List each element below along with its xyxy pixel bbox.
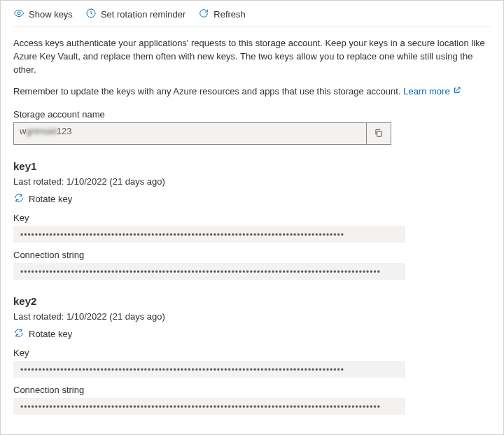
intro2-span: Remember to update the keys with any Azu… bbox=[13, 86, 401, 97]
intro-text-2: Remember to update the keys with any Azu… bbox=[13, 85, 491, 99]
show-keys-label: Show keys bbox=[29, 9, 73, 20]
key2-conn-label: Connection string bbox=[13, 385, 491, 395]
svg-rect-2 bbox=[377, 131, 382, 137]
key1-conn-label: Connection string bbox=[13, 250, 491, 260]
external-link-icon bbox=[453, 85, 461, 99]
key2-rotate-button[interactable]: Rotate key bbox=[13, 327, 72, 341]
storage-account-name-label: Storage account name bbox=[13, 109, 491, 120]
storage-account-name-input[interactable]: wgrtmoid123 bbox=[13, 122, 366, 145]
learn-more-link[interactable]: Learn more bbox=[403, 85, 461, 99]
key2-rotate-label: Rotate key bbox=[29, 329, 72, 339]
set-rotation-label: Set rotation reminder bbox=[101, 9, 186, 20]
refresh-icon bbox=[198, 8, 209, 21]
intro-text: Access keys authenticate your applicatio… bbox=[13, 37, 491, 77]
key1-last-rotated: Last rotated: 1/10/2022 (21 days ago) bbox=[13, 176, 491, 187]
key2-key-label: Key bbox=[13, 348, 491, 358]
name-suffix: 123 bbox=[57, 126, 72, 136]
set-rotation-reminder-button[interactable]: Set rotation reminder bbox=[85, 8, 186, 21]
access-keys-panel: Show keys Set rotation reminder Refresh … bbox=[0, 0, 504, 435]
eye-icon bbox=[13, 8, 24, 21]
learn-more-label: Learn more bbox=[403, 85, 449, 99]
refresh-button[interactable]: Refresh bbox=[198, 8, 246, 21]
clock-icon bbox=[85, 8, 97, 21]
rotate-icon bbox=[13, 327, 24, 341]
toolbar: Show keys Set rotation reminder Refresh bbox=[13, 1, 491, 27]
svg-point-0 bbox=[18, 12, 20, 15]
show-keys-button[interactable]: Show keys bbox=[13, 8, 73, 21]
name-prefix: w bbox=[20, 126, 26, 136]
copy-icon bbox=[374, 128, 384, 140]
rotate-icon bbox=[13, 192, 24, 206]
key2-last-rotated: Last rotated: 1/10/2022 (21 days ago) bbox=[13, 311, 491, 322]
copy-account-name-button[interactable] bbox=[366, 122, 391, 145]
key1-key-value[interactable]: ••••••••••••••••••••••••••••••••••••••••… bbox=[13, 226, 405, 243]
storage-account-name-row: wgrtmoid123 bbox=[13, 122, 391, 145]
refresh-label: Refresh bbox=[214, 9, 246, 20]
key2-key-value[interactable]: ••••••••••••••••••••••••••••••••••••••••… bbox=[13, 361, 405, 378]
key2-heading: key2 bbox=[13, 295, 491, 307]
key1-rotate-label: Rotate key bbox=[29, 194, 72, 204]
key1-rotate-button[interactable]: Rotate key bbox=[13, 192, 72, 206]
key1-key-label: Key bbox=[13, 213, 491, 223]
key1-conn-value[interactable]: ••••••••••••••••••••••••••••••••••••••••… bbox=[13, 263, 405, 280]
name-blurred: grtmoid bbox=[26, 126, 56, 136]
key1-heading: key1 bbox=[13, 160, 491, 172]
key2-conn-value[interactable]: ••••••••••••••••••••••••••••••••••••••••… bbox=[13, 398, 405, 415]
